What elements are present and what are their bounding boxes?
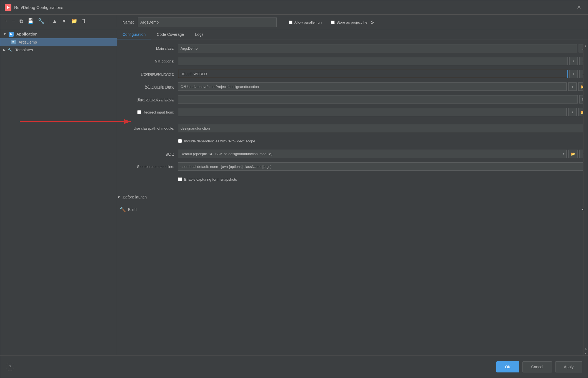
- remove-config-button[interactable]: −: [11, 17, 17, 25]
- config-tree: ▼ Application ☰ ArgsDemp ▶ 🔧 Templates: [0, 30, 117, 356]
- tabs-row: Configuration Code Coverage Logs: [117, 30, 588, 39]
- build-label: Build: [128, 207, 579, 212]
- jre-select-wrapper: Default (openjdk-14 - SDK of 'designandf…: [178, 150, 567, 158]
- title-bar: Run/Debug Configurations ✕: [0, 0, 588, 15]
- bottom-panel: ? OK Cancel Apply: [0, 356, 588, 378]
- copy-config-button[interactable]: ⧉: [18, 17, 25, 25]
- application-expand-arrow: ▼: [3, 32, 6, 36]
- include-deps-label: Include dependencies with "Provided" sco…: [184, 139, 255, 143]
- shorten-cmd-select[interactable]: user-local default: none - java [options…: [178, 162, 588, 171]
- templates-expand-arrow: ▶: [3, 48, 6, 52]
- wrench-icon: 🔧: [8, 48, 12, 52]
- store-project-section: Store as project file ⚙: [331, 20, 374, 25]
- sort-button[interactable]: ⇅: [80, 17, 87, 25]
- classpath-row: Use classpath of module: designandfuncti…: [117, 124, 588, 133]
- right-panel: Configuration Code Coverage Logs Main cl…: [117, 30, 588, 356]
- vm-options-row: VM options: + ⤢: [117, 57, 588, 65]
- enable-snapshots-row: Enable capturing form snapshots: [117, 175, 588, 184]
- scrollbar: ▲ ✎ ▼: [583, 44, 588, 356]
- before-launch-header: ▼ Before launch: [117, 193, 588, 201]
- env-vars-label: Environment variables:: [117, 97, 178, 102]
- main-class-row: Main class: ArgsDemp ...: [117, 44, 588, 53]
- cancel-button[interactable]: Cancel: [522, 361, 552, 372]
- svg-text:☰: ☰: [12, 41, 14, 44]
- application-icon: [9, 32, 14, 37]
- jre-browse-button[interactable]: 📂: [568, 150, 578, 158]
- argsdemp-icon: ☰: [11, 40, 16, 44]
- before-launch-label: Before launch: [123, 195, 147, 199]
- working-dir-row: Working directory: C:\Users\Lenovo\IdeaP…: [117, 82, 588, 91]
- allow-parallel-label: Allow parallel run: [294, 20, 322, 24]
- classpath-select-wrapper: designandfunction ▾: [178, 124, 588, 132]
- allow-parallel-checkbox[interactable]: [289, 21, 292, 24]
- program-args-row: Program arguments: HELLO WORLD + ⤢: [117, 69, 588, 78]
- redirect-input-input[interactable]: [178, 108, 567, 116]
- tree-toolbar: + − ⧉ 💾 🔧 ▲ ▼ 📁 ⇅: [0, 15, 117, 27]
- enable-snapshots-checkbox[interactable]: [178, 177, 182, 181]
- name-label: Name:: [122, 20, 134, 24]
- allow-parallel-section: Allow parallel run: [289, 20, 322, 24]
- configuration-form: Main class: ArgsDemp ... VM options:: [117, 39, 588, 356]
- before-launch-arrow: ▼: [117, 195, 121, 199]
- store-project-checkbox[interactable]: [331, 21, 335, 24]
- redirect-input-checkbox[interactable]: [137, 110, 141, 114]
- classpath-label: Use classpath of module:: [117, 126, 178, 130]
- tab-code-coverage[interactable]: Code Coverage: [151, 30, 189, 39]
- close-button[interactable]: ✕: [575, 3, 583, 12]
- ok-button[interactable]: OK: [496, 361, 519, 372]
- program-args-add-button[interactable]: +: [569, 70, 578, 78]
- shorten-cmd-row: Shorten command line: user-local default…: [117, 162, 588, 171]
- dialog-title: Run/Debug Configurations: [14, 5, 63, 10]
- scroll-down-button[interactable]: ▼: [584, 352, 587, 356]
- tree-item-application-label: Application: [16, 32, 37, 36]
- store-project-label: Store as project file: [336, 20, 367, 24]
- save-config-button[interactable]: 💾: [26, 17, 35, 25]
- enable-snapshots-label: Enable capturing form snapshots: [184, 177, 237, 182]
- vm-options-add-button[interactable]: +: [569, 57, 578, 65]
- shorten-cmd-select-wrapper: user-local default: none - java [options…: [178, 162, 588, 171]
- wrench-button[interactable]: 🔧: [36, 17, 46, 25]
- app-icon: [5, 4, 11, 11]
- apply-button[interactable]: Apply: [555, 361, 582, 372]
- program-args-label: Program arguments:: [117, 72, 178, 76]
- folder-button[interactable]: 📁: [69, 17, 79, 25]
- name-input[interactable]: ArgsDemp: [138, 17, 277, 27]
- vm-options-label: VM options:: [117, 59, 178, 63]
- scroll-up-button[interactable]: ▲: [584, 44, 587, 48]
- move-up-button[interactable]: ▲: [51, 17, 59, 25]
- redirect-input-label: Redirect input from:: [143, 110, 174, 114]
- classpath-select[interactable]: designandfunction: [178, 124, 588, 132]
- move-down-button[interactable]: ▼: [60, 17, 68, 25]
- env-vars-input[interactable]: [178, 95, 578, 104]
- edit-pencil-button[interactable]: ✎: [584, 347, 587, 352]
- redirect-add-button[interactable]: +: [568, 108, 577, 116]
- redirect-input-row: Redirect input from: + 📂: [117, 108, 588, 117]
- action-buttons: OK Cancel Apply: [496, 361, 582, 372]
- spacer2: [117, 188, 588, 193]
- vm-options-input[interactable]: [178, 57, 568, 65]
- main-class-input[interactable]: ArgsDemp: [178, 44, 577, 52]
- bottom-spacer: [117, 215, 588, 231]
- name-section: Name: ArgsDemp Allow parallel run Store …: [117, 15, 588, 30]
- gear-icon: ⚙: [370, 20, 374, 25]
- program-args-input[interactable]: HELLO WORLD: [178, 70, 568, 78]
- include-deps-checkbox[interactable]: [178, 139, 182, 143]
- jre-select[interactable]: Default (openjdk-14 - SDK of 'designandf…: [178, 150, 567, 158]
- tab-configuration[interactable]: Configuration: [117, 30, 151, 39]
- jre-label: JRE:: [117, 152, 178, 156]
- working-dir-input[interactable]: C:\Users\Lenovo\IdeaProjects\designandfu…: [178, 82, 567, 91]
- toolbar-separator: [48, 18, 48, 24]
- env-vars-row: Environment variables: ⎘: [117, 95, 588, 104]
- tab-logs[interactable]: Logs: [189, 30, 209, 39]
- help-button[interactable]: ?: [6, 363, 14, 371]
- tree-item-argsdemp[interactable]: ☰ ArgsDemp: [0, 38, 117, 46]
- working-dir-label: Working directory:: [117, 85, 178, 89]
- spacer1: [117, 120, 588, 124]
- tree-item-templates[interactable]: ▶ 🔧 Templates: [0, 46, 117, 54]
- tree-item-application[interactable]: ▼ Application: [0, 30, 117, 38]
- build-icon: 🔨: [120, 206, 126, 213]
- add-config-button[interactable]: +: [3, 17, 9, 25]
- working-dir-add-button[interactable]: +: [568, 82, 577, 91]
- tree-item-templates-label: Templates: [15, 48, 33, 52]
- main-class-label: Main class:: [117, 46, 178, 51]
